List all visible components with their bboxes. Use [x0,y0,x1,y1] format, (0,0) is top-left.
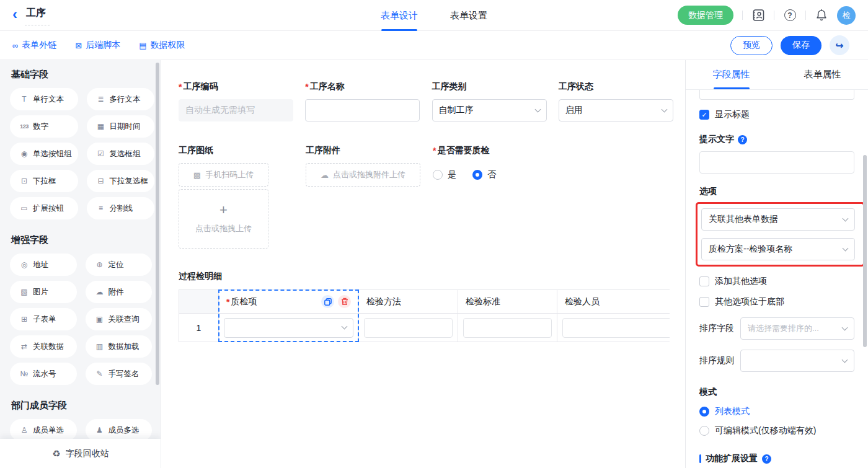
process-name-input-inner[interactable] [312,105,413,115]
qc-option-no[interactable]: 否 [472,169,496,180]
option-source-select[interactable]: 关联其他表单数据 [701,208,855,231]
enhanced-fields-grid: ◎地址 ⊕定位 ▧图片 ☁附件 ⊞子表单 ▣关联查询 ⇄关联数据 ▥数据加载 №… [10,254,152,385]
sort-field-row: 排序字段 请选择需要排序的... [699,317,854,340]
qc-item-select[interactable] [224,318,353,338]
hint-text-input[interactable] [699,151,854,174]
sort-field-select[interactable]: 请选择需要排序的... [740,317,854,340]
form-external-link[interactable]: ∞ 表单外链 [12,40,56,51]
pill-label: 分割线 [110,203,133,214]
field-pill-serial-number[interactable]: №流水号 [10,363,77,385]
sort-rule-select[interactable] [740,350,854,372]
field-pill-divider[interactable]: ≡分割线 [87,197,155,219]
field-pill-number[interactable]: 123数字 [10,115,78,138]
field-pill-linked-query[interactable]: ▣关联查询 [86,308,153,330]
form-canvas: *工序编码 自动生成无需填写 *工序名称 工序类别 自制工序 工序状态 启用 工… [161,60,685,468]
tab-form-design[interactable]: 表单设计 [381,0,418,31]
tab-form-settings[interactable]: 表单设置 [450,0,487,31]
field-process-attachment[interactable]: 工序附件 ☁点击或拖拽附件上传 [306,145,433,249]
field-pill-data-load[interactable]: ▥数据加载 [86,335,153,358]
attachment-upload-box[interactable]: ☁点击或拖拽附件上传 [306,163,420,187]
column-header-inspect-method[interactable]: 检验方法 [359,290,458,314]
inspector-input[interactable] [562,318,670,338]
qc-option-yes[interactable]: 是 [433,169,456,180]
process-code-input[interactable]: 自动生成无需填写 [179,99,293,121]
field-pill-attachment[interactable]: ☁附件 [86,281,153,303]
help-icon[interactable]: ? [783,9,797,22]
column-actions [321,295,351,308]
save-button[interactable]: 保存 [781,36,822,55]
field-pill-address[interactable]: ◎地址 [10,254,77,276]
field-process-category[interactable]: 工序类别 自制工序 [432,81,559,121]
field-pill-multi-line-text[interactable]: ≣多行文本 [87,88,155,110]
mode-option-list[interactable]: 列表模式 [699,406,854,417]
field-process-drawing[interactable]: 工序图纸 ▩手机扫码上传 +点击或拖拽上传 [179,145,306,249]
column-header-qc-item[interactable]: * 质检项 [219,290,359,314]
member-single-icon: ♙ [18,426,30,435]
data-permission-link[interactable]: ▤ 数据权限 [139,40,185,51]
field-pill-signature[interactable]: ✎手写签名 [86,363,153,385]
help-badge-icon[interactable]: ? [738,135,747,144]
help-badge-icon[interactable]: ? [762,454,771,464]
inspect-method-input[interactable] [364,318,453,338]
field-pill-checkbox-group[interactable]: ☑复选框组 [87,143,155,165]
section-member-fields: 部门成员字段 [11,400,152,412]
add-other-option-row[interactable]: 添加其他选项 [699,276,854,287]
scan-upload-box[interactable]: ▩手机扫码上传 [179,163,268,187]
field-pill-image[interactable]: ▧图片 [10,281,77,303]
field-pill-subform[interactable]: ⊞子表单 [10,308,77,330]
user-avatar[interactable]: 检 [837,6,856,25]
field-title-input-partial[interactable] [699,90,854,100]
delete-column-icon[interactable] [338,295,351,308]
option-field-select[interactable]: 质检方案--检验项名称 [701,238,855,260]
tab-form-properties[interactable]: 表单属性 [777,60,868,89]
contacts-icon[interactable] [751,9,765,22]
checkbox-checked-icon [699,110,709,120]
column-header-inspector[interactable]: 检验人员 [557,290,670,314]
process-category-select[interactable]: 自制工序 [432,99,547,121]
pill-label: 定位 [108,260,124,270]
field-pill-dropdown[interactable]: ⊡下拉框 [10,170,78,192]
field-pill-member-single[interactable]: ♙成员单选 [10,419,77,441]
field-qc-required[interactable]: *是否需要质检 是 否 [433,145,560,249]
field-pill-single-line-text[interactable]: T单行文本 [10,88,78,110]
field-pill-radio-group[interactable]: ◉单选按钮组 [10,143,78,165]
options-label-text: 选项 [699,186,717,197]
field-recycle-bin[interactable]: ♻ 字段回收站 [0,439,161,468]
process-status-select[interactable]: 启用 [559,99,673,121]
pill-label: 数字 [33,121,48,132]
back-icon[interactable]: ‹ [12,7,17,22]
tab-field-properties[interactable]: 字段属性 [686,60,777,89]
other-option-bottom-row[interactable]: 其他选项位于底部 [699,296,854,307]
scan-upload-label: 手机扫码上传 [205,169,254,180]
backend-script-link[interactable]: ⊠ 后端脚本 [75,40,120,51]
field-pill-locate[interactable]: ⊕定位 [86,254,153,276]
process-name-input[interactable] [305,99,420,121]
recycle-icon: ♻ [52,448,60,459]
field-pill-multi-dropdown[interactable]: ⊟下拉复选框 [87,170,155,192]
show-title-checkbox-row[interactable]: 显示标题 [699,109,854,120]
column-header-inspect-standard[interactable]: 检验标准 [458,290,557,314]
field-label-text: 工序编码 [183,81,218,92]
field-pill-member-multi[interactable]: ♟成员多选 [86,419,153,441]
bell-icon[interactable] [815,9,828,22]
field-pill-linked-data[interactable]: ⇄关联数据 [10,335,77,358]
cloud-upload-icon: ☁ [321,170,329,180]
preview-button[interactable]: 预览 [730,36,773,55]
sidebar-scrollbar[interactable] [156,63,159,385]
panel-scrollbar[interactable] [863,155,867,347]
mode-label-text: 模式 [699,387,717,398]
field-process-name[interactable]: *工序名称 [305,81,432,121]
share-icon[interactable]: ↪ [830,35,849,55]
field-pill-datetime[interactable]: ▦日期时间 [87,115,155,138]
inspect-standard-input[interactable] [463,318,552,338]
data-manage-button[interactable]: 数据管理 [678,6,733,25]
tab-label: 字段属性 [713,69,750,81]
divider [805,11,806,20]
drag-upload-box[interactable]: +点击或拖拽上传 [179,189,268,249]
form-title[interactable]: 工序 [25,6,50,25]
copy-column-icon[interactable] [321,295,334,308]
mode-option-editable[interactable]: 可编辑模式(仅移动端有效) [699,425,854,436]
field-pill-extend-button[interactable]: ▭扩展按钮 [10,197,78,219]
field-process-status[interactable]: 工序状态 启用 [559,81,685,121]
field-process-code[interactable]: *工序编码 自动生成无需填写 [179,81,305,121]
